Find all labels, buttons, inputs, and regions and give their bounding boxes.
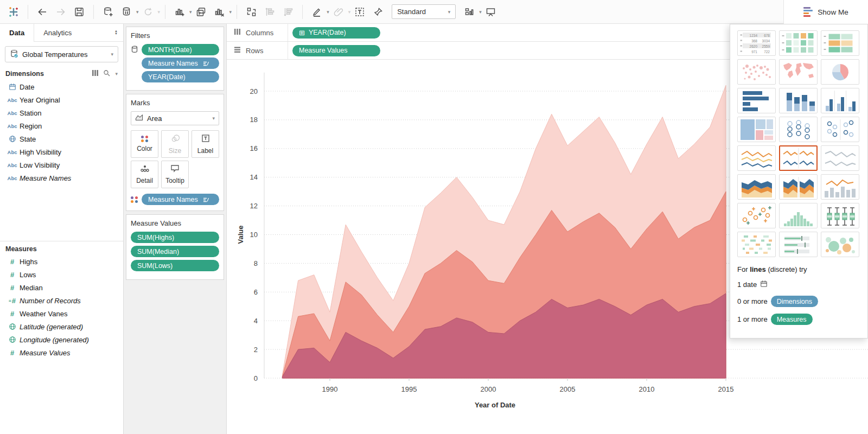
thumb-histogram[interactable] — [779, 203, 818, 228]
field-date[interactable]: Date — [0, 80, 123, 93]
color-button[interactable]: Color — [131, 130, 158, 158]
pill-year-date-filter[interactable]: YEAR(Date) — [142, 71, 219, 82]
thumb-treemap[interactable] — [737, 117, 776, 142]
sort-descending-button[interactable] — [280, 4, 296, 20]
thumb-lines-continuous[interactable] — [737, 145, 776, 171]
swap-rows-columns-button[interactable] — [243, 4, 259, 20]
mark-type-dropdown[interactable]: Area ▾ — [131, 111, 219, 125]
show-me-button[interactable]: Show Me — [783, 0, 868, 24]
thumb-box-and-whisker[interactable] — [821, 203, 859, 228]
thumb-scatter-plot[interactable] — [737, 203, 776, 228]
presentation-mode-button[interactable] — [483, 4, 499, 20]
pill-month-date[interactable]: MONTH(Date) — [142, 44, 219, 55]
pill-label: SUM(Lows) — [137, 262, 173, 270]
redo-button[interactable] — [53, 4, 69, 20]
field-region[interactable]: Abc Region — [0, 119, 123, 132]
run-update-caret[interactable]: ▾ — [158, 9, 161, 15]
field-label: Date — [20, 83, 34, 91]
view-as-grid-icon[interactable] — [92, 69, 99, 78]
field-weather-vanes[interactable]: # Weather Vanes — [0, 307, 123, 320]
thumb-text-table[interactable]: 1234678368303426202559971722 — [737, 30, 776, 56]
field-lows[interactable]: # Lows — [0, 268, 123, 281]
thumb-packed-bubbles[interactable] — [821, 232, 859, 257]
thumb-area-discrete[interactable] — [779, 174, 818, 200]
field-low-visibility[interactable]: Abc Low Visibility — [0, 158, 123, 171]
field-state[interactable]: State — [0, 132, 123, 145]
thumb-circle-views[interactable] — [779, 117, 818, 142]
field-label: Weather Vanes — [20, 310, 67, 318]
thumb-horizontal-bars[interactable] — [737, 88, 776, 113]
thumb-filled-map[interactable] — [779, 59, 818, 85]
new-data-source-button[interactable] — [100, 4, 116, 20]
group-members-caret[interactable]: ▾ — [348, 9, 351, 15]
duplicate-sheet-button[interactable] — [193, 4, 209, 20]
highlight-button[interactable] — [309, 4, 325, 20]
tooltip-button[interactable]: Tooltip — [161, 161, 189, 188]
marks-card-title: Marks — [131, 99, 219, 107]
find-field-icon[interactable] — [103, 69, 110, 78]
field-high-visibility[interactable]: Abc High Visibility — [0, 145, 123, 158]
pause-auto-updates-caret[interactable]: ▾ — [136, 9, 139, 15]
run-update-button[interactable] — [140, 4, 156, 20]
save-button[interactable] — [71, 4, 87, 20]
show-mark-labels-button[interactable] — [352, 4, 368, 20]
thumb-heat-map[interactable] — [821, 30, 859, 56]
thumb-lines-discrete[interactable] — [779, 145, 818, 171]
thumb-gantt[interactable] — [737, 232, 776, 257]
thumb-dual-lines[interactable] — [821, 145, 859, 171]
thumb-dual-combination[interactable] — [821, 174, 859, 200]
abc-icon: Abc — [5, 149, 20, 155]
expand-plus-icon[interactable]: ⊞ — [299, 29, 305, 36]
datasource-selector[interactable]: Global Temperatures ▾ — [5, 46, 118, 62]
pill-sum-lows[interactable]: SUM(Lows) — [131, 260, 219, 271]
field-highs[interactable]: # Highs — [0, 255, 123, 268]
fit-selector[interactable]: Standard ▾ — [392, 4, 456, 19]
label-button[interactable]: Label — [192, 130, 219, 158]
svg-text:971: 971 — [751, 49, 757, 53]
field-latitude-generated[interactable]: Latitude (generated) — [0, 320, 123, 333]
pill-year-date-columns[interactable]: ⊞ YEAR(Date) — [292, 27, 380, 39]
abc-icon: Abc — [5, 162, 20, 168]
tab-data[interactable]: Data — [0, 24, 34, 42]
field-median[interactable]: # Median — [0, 281, 123, 294]
pane-swap-icon[interactable]: ▲▼ — [109, 24, 123, 42]
pill-sum-median[interactable]: SUM(Median) — [131, 246, 219, 257]
field-number-of-records[interactable]: =# Number of Records — [0, 294, 123, 307]
show-hide-cards-caret[interactable]: ▾ — [479, 9, 482, 15]
size-button[interactable]: Size — [161, 130, 189, 158]
pane-splitter[interactable] — [0, 184, 123, 241]
field-station[interactable]: Abc Station — [0, 106, 123, 119]
show-hide-cards-button[interactable] — [461, 4, 477, 20]
field-year-original[interactable]: Abc Year Original — [0, 93, 123, 106]
thumb-pie-chart[interactable] — [821, 59, 859, 85]
show-me-label: Show Me — [818, 8, 848, 16]
pause-auto-updates-button[interactable] — [118, 4, 135, 20]
clear-sheet-button[interactable] — [212, 4, 228, 20]
group-members-button[interactable] — [330, 4, 347, 20]
highlight-caret[interactable]: ▾ — [327, 9, 329, 15]
new-worksheet-caret[interactable]: ▾ — [189, 9, 192, 15]
thumb-symbol-map[interactable] — [737, 59, 776, 85]
thumb-side-by-side-bars[interactable] — [821, 88, 859, 113]
pill-sum-highs[interactable]: SUM(Highs) — [131, 232, 219, 243]
undo-button[interactable] — [34, 4, 50, 20]
clear-sheet-caret[interactable]: ▾ — [229, 9, 232, 15]
tableau-logo-icon[interactable] — [5, 4, 22, 20]
field-measure-names[interactable]: Abc Measure Names — [0, 171, 123, 184]
detail-button[interactable]: Detail — [131, 161, 158, 188]
field-longitude-generated[interactable]: Longitude (generated) — [0, 333, 123, 346]
thumb-bullet-graph[interactable] — [779, 232, 818, 257]
thumb-area-continuous[interactable] — [737, 174, 776, 200]
pill-measure-values-rows[interactable]: Measure Values — [292, 45, 380, 56]
dimensions-menu-caret[interactable]: ▾ — [115, 71, 118, 76]
thumb-highlight-table[interactable] — [779, 30, 818, 56]
new-worksheet-button[interactable] — [171, 4, 188, 20]
thumb-stacked-bars[interactable] — [779, 88, 818, 113]
field-measure-values[interactable]: # Measure Values — [0, 346, 123, 359]
pill-measure-names-filter[interactable]: Measure Names — [142, 58, 219, 69]
sort-ascending-button[interactable] — [261, 4, 278, 20]
tab-analytics[interactable]: Analytics — [34, 24, 109, 42]
thumb-side-by-side-circles[interactable] — [821, 117, 859, 142]
fix-axes-button[interactable] — [370, 4, 386, 20]
pill-measure-names-color[interactable]: Measure Names — [142, 194, 219, 205]
